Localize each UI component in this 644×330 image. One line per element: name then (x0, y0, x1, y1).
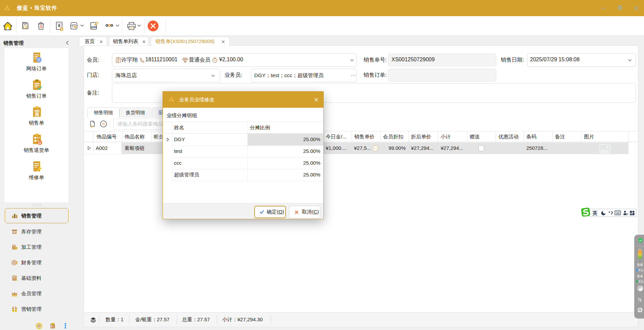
svg-text:¥: ¥ (13, 262, 15, 264)
svg-text:KPI: KPI (91, 26, 96, 29)
svg-text:¥: ¥ (36, 113, 38, 117)
